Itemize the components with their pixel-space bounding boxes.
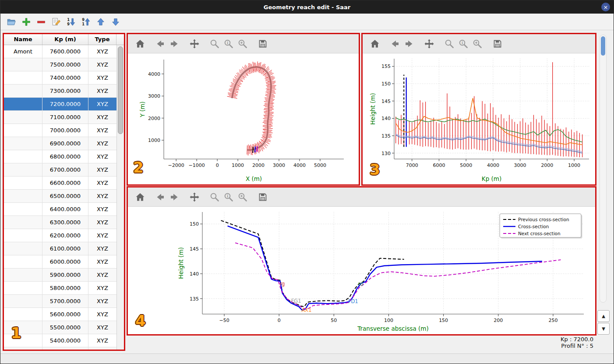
cell-type: XYZ <box>88 334 116 347</box>
panel-number-3: 3 <box>370 162 380 177</box>
table-row[interactable]: 5900.0000XYZ <box>4 269 116 282</box>
back-button[interactable] <box>153 190 167 204</box>
cell-kp: 6900.0000 <box>42 137 88 150</box>
svg-text:Height (m): Height (m) <box>177 247 184 279</box>
save-button[interactable] <box>256 37 270 51</box>
move-up-button[interactable] <box>95 16 106 28</box>
home-button[interactable] <box>368 37 382 51</box>
profile-down-button[interactable]: ▼ <box>597 323 610 335</box>
svg-text:4000: 4000 <box>293 163 306 168</box>
toolbar-spacer <box>436 43 442 44</box>
table-row[interactable]: 7400.0000XYZ <box>4 71 116 85</box>
column-header-type[interactable]: Type <box>88 34 116 45</box>
table-row[interactable]: 6300.0000XYZ <box>4 216 116 229</box>
table-row[interactable]: 6500.0000XYZ <box>4 190 116 203</box>
cell-kp: 7100.0000 <box>42 111 88 124</box>
table-scrollbar[interactable] <box>116 45 124 350</box>
pan-button[interactable] <box>187 37 201 51</box>
add-button[interactable] <box>21 16 32 28</box>
close-button[interactable]: × <box>601 3 610 11</box>
forward-button[interactable] <box>167 37 181 51</box>
svg-text:135: 135 <box>190 296 199 302</box>
toolbar-spacer <box>201 43 208 44</box>
zoom-config-button[interactable] <box>236 37 250 51</box>
save-button[interactable] <box>490 37 505 51</box>
plan-view-plot[interactable]: −2000−1000010002000300040005000100020003… <box>128 53 359 184</box>
right-scrollbar[interactable] <box>600 35 607 303</box>
statusbar <box>0 353 614 364</box>
cell-name <box>4 255 42 268</box>
profil-readout: Profil N° : 5 <box>561 343 593 349</box>
plan-view-panel: i −2000−10000100020003000400050001000200… <box>127 33 360 186</box>
open-button[interactable] <box>6 16 17 28</box>
zoom-config-button[interactable] <box>236 190 250 204</box>
table-row[interactable]: Amont7600.0000XYZ <box>4 45 116 58</box>
table-row[interactable]: 7100.0000XYZ <box>4 111 116 124</box>
table-scrollbar-thumb[interactable] <box>118 46 123 134</box>
zoom-button[interactable] <box>208 190 222 204</box>
table-row[interactable]: 6200.0000XYZ <box>4 229 116 242</box>
cell-kp: 7000.0000 <box>42 124 88 137</box>
table-row[interactable]: 5800.0000XYZ <box>4 282 116 295</box>
table-row[interactable]: 7000.0000XYZ <box>4 124 116 137</box>
cell-name <box>4 111 42 124</box>
table-row[interactable]: 6800.0000XYZ <box>4 150 116 163</box>
table-row[interactable]: 6100.0000XYZ <box>4 242 116 255</box>
home-button[interactable] <box>133 37 147 51</box>
table-row[interactable]: 6000.0000XYZ <box>4 255 116 269</box>
svg-text:2000: 2000 <box>541 163 553 168</box>
pan-button[interactable] <box>422 37 436 51</box>
table-row[interactable]: 5300.0000XYZ <box>4 347 116 350</box>
table-row[interactable]: 6600.0000XYZ <box>4 177 116 190</box>
cell-name <box>4 163 42 176</box>
cross-section-plot[interactable]: −50050100150200250135140145150Transverse… <box>128 207 595 334</box>
table-row[interactable]: 7500.0000XYZ <box>4 58 116 71</box>
forward-button[interactable] <box>402 37 416 51</box>
table-row[interactable]: 7300.0000XYZ <box>4 85 116 98</box>
remove-button[interactable] <box>35 16 47 28</box>
pan-button[interactable] <box>187 190 201 204</box>
profile-up-button[interactable]: ▲ <box>597 310 610 322</box>
zoom-icon <box>209 192 220 202</box>
svg-text:130: 130 <box>381 151 391 156</box>
table-row[interactable]: 5700.0000XYZ <box>4 295 116 308</box>
table-row[interactable]: 6700.0000XYZ <box>4 163 116 177</box>
cell-name <box>4 124 42 137</box>
cell-name <box>4 150 42 163</box>
back-button[interactable] <box>388 37 402 51</box>
toolbar-spacer <box>181 43 187 44</box>
svg-text:9: 9 <box>82 18 85 22</box>
table-row[interactable]: 6900.0000XYZ <box>4 137 116 150</box>
svg-text:−1000: −1000 <box>189 163 205 168</box>
svg-text:3000: 3000 <box>273 163 285 168</box>
sort-desc-button[interactable]: 19 <box>65 16 77 28</box>
forward-button[interactable] <box>167 190 181 204</box>
zoom-config-button[interactable] <box>470 37 484 51</box>
zoom-select-button[interactable]: i <box>456 37 470 51</box>
cell-kp: 7500.0000 <box>42 58 88 71</box>
column-header-kp-m[interactable]: Kp (m) <box>42 34 88 45</box>
edit-button[interactable] <box>50 16 62 28</box>
sort-asc-button[interactable]: 91 <box>80 16 92 28</box>
table-row[interactable]: 7200.0000XYZ <box>4 98 116 111</box>
zoom-select-icon: i <box>458 39 469 49</box>
table-row[interactable]: 5600.0000XYZ <box>4 308 116 321</box>
column-header-name[interactable]: Name <box>4 34 42 45</box>
zoom-button[interactable] <box>208 37 222 51</box>
zoom-select-button[interactable]: i <box>222 190 236 204</box>
zoom-select-button[interactable]: i <box>222 37 236 51</box>
svg-text:1000: 1000 <box>568 163 580 168</box>
move-down-button[interactable] <box>110 16 121 28</box>
cell-kp: 6500.0000 <box>42 190 88 202</box>
cell-type: XYZ <box>88 269 116 281</box>
zoom-button[interactable] <box>442 37 456 51</box>
cell-name <box>4 190 42 202</box>
longitudinal-profile-plot[interactable]: 7000600050004000300020001000130135140145… <box>363 53 595 184</box>
svg-text:4000: 4000 <box>487 163 499 168</box>
table-row[interactable]: 6400.0000XYZ <box>4 203 116 216</box>
home-button[interactable] <box>133 190 147 204</box>
home-icon <box>135 192 145 202</box>
save-button[interactable] <box>256 190 270 204</box>
back-button[interactable] <box>153 37 167 51</box>
right-scrollbar-thumb[interactable] <box>601 36 605 56</box>
